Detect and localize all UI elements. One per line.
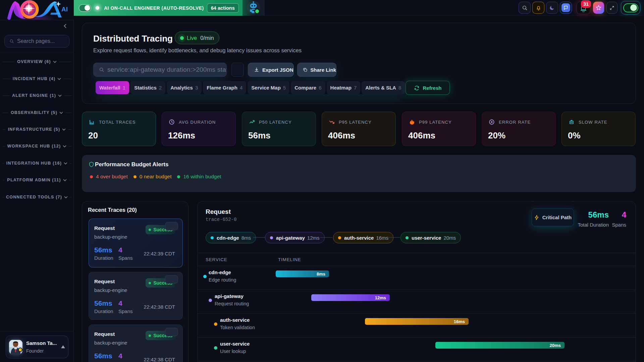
svg-text:AI: AI (61, 6, 68, 13)
